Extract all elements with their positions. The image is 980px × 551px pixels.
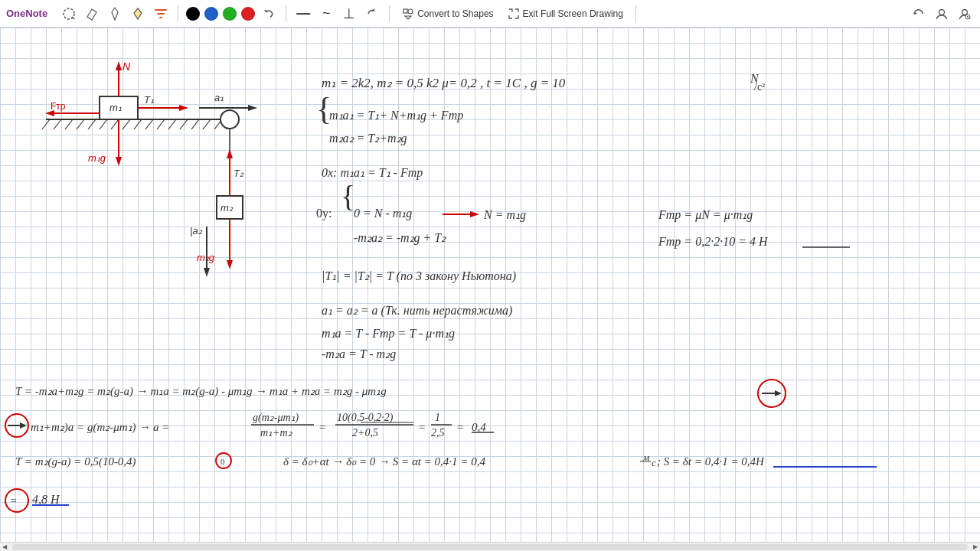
filter-tool[interactable]: [152, 5, 170, 23]
svg-text:Fтр = 0,2·2·10 = 4 H: Fтр = 0,2·2·10 = 4 H: [658, 235, 769, 249]
svg-text:2+0,5: 2+0,5: [352, 427, 378, 439]
svg-text:a₁ = a₂ = a  (Тк. нить нерастя: a₁ = a₂ = a (Тк. нить нерастяжима): [322, 304, 512, 318]
svg-point-4: [408, 9, 413, 14]
svg-text:T = -m₂a+m₂g = m₂(g-a) → m₁a =: T = -m₂a+m₂g = m₂(g-a) → m₁a = m₂(g-a) -…: [15, 385, 387, 398]
svg-text:0x:  m₁a₁ = T₁ - Fтр: 0x: m₁a₁ = T₁ - Fтр: [322, 166, 423, 180]
color-black[interactable]: [186, 7, 200, 21]
svg-text:=: =: [418, 421, 426, 433]
svg-text:T₁: T₁: [144, 94, 154, 106]
svg-line-13: [88, 119, 96, 129]
convert-to-shapes-button[interactable]: Convert to Shapes: [397, 6, 498, 21]
svg-text:m₁g: m₁g: [88, 152, 106, 164]
scroll-left-arrow[interactable]: ◀: [0, 543, 9, 552]
svg-marker-2: [134, 8, 142, 19]
svg-point-5: [939, 9, 945, 15]
svg-marker-49: [227, 260, 233, 269]
undo-stroke[interactable]: [260, 5, 278, 23]
color-red[interactable]: [241, 7, 255, 21]
svg-text:N = m₁g: N = m₁g: [483, 208, 526, 222]
svg-text:m₁: m₁: [109, 102, 122, 113]
svg-text:m₂g: m₂g: [197, 252, 215, 263]
svg-point-109: [5, 489, 28, 512]
perp-tool[interactable]: ⊥: [340, 5, 358, 23]
rotate-tool[interactable]: [363, 5, 381, 23]
svg-text:1: 1: [435, 412, 440, 423]
svg-text:m₂: m₂: [220, 202, 234, 214]
svg-marker-31: [116, 61, 122, 70]
highlighter-tool[interactable]: [129, 5, 147, 23]
svg-marker-37: [179, 105, 188, 111]
svg-text:0y:: 0y:: [316, 207, 332, 220]
svg-line-15: [111, 119, 119, 129]
svg-marker-83: [20, 422, 27, 429]
svg-marker-34: [116, 157, 122, 166]
exit-fullscreen-label: Exit Full Screen Drawing: [523, 8, 623, 19]
svg-text:2,5: 2,5: [431, 427, 445, 439]
svg-text:-m₂a = T - m₂g: -m₂a = T - m₂g: [322, 347, 396, 361]
svg-marker-46: [227, 149, 233, 158]
svg-marker-80: [775, 390, 782, 396]
svg-line-11: [65, 119, 73, 129]
svg-line-10: [54, 119, 61, 129]
svg-marker-67: [470, 211, 479, 217]
svg-text:m₁+m₂)a = g(m₂-μm₁) →  a =: m₁+m₂)a = g(m₂-μm₁) → a =: [31, 421, 169, 434]
svg-line-22: [191, 119, 199, 129]
drawing-canvas[interactable]: N m₁g T₁ a₁ Fтр T₂ m₂g |a₂ m₂ m₁: [0, 28, 980, 551]
lasso-tool[interactable]: [60, 5, 78, 23]
svg-text:=: =: [456, 421, 464, 433]
svg-text:N: N: [122, 60, 131, 73]
scroll-right-arrow[interactable]: ▶: [971, 543, 980, 552]
separator-3: [389, 5, 390, 22]
toolbar: OneNote: [0, 0, 980, 28]
svg-text:/c²: /c²: [754, 81, 765, 93]
eraser-tool[interactable]: [83, 5, 101, 23]
svg-marker-40: [248, 105, 257, 111]
svg-marker-1: [112, 8, 118, 20]
svg-rect-3: [403, 9, 407, 13]
svg-text:0,4: 0,4: [472, 421, 486, 433]
svg-marker-52: [204, 268, 210, 277]
svg-point-27: [220, 110, 239, 129]
svg-text:m₁a₁ = T₁+  N+m₁g + Fтр: m₁a₁ = T₁+ N+m₁g + Fтр: [329, 109, 463, 122]
app-title: OneNote: [6, 8, 47, 19]
bottom-scrollbar: ◀ ▶: [0, 542, 980, 551]
svg-text:g(m₂-μm₁): g(m₂-μm₁): [253, 412, 299, 424]
svg-text:T = m₂(g-a) = 0,5(10-0,4): T = m₂(g-a) = 0,5(10-0,4): [15, 455, 136, 468]
toolbar-right-actions: [910, 5, 974, 23]
svg-line-23: [203, 119, 211, 129]
separator-2: [286, 5, 286, 22]
svg-text:T₂: T₂: [234, 168, 244, 179]
line-tool[interactable]: —: [294, 5, 312, 23]
svg-text:a₁: a₁: [214, 92, 224, 103]
svg-text:m₁ = 2k2,  m₂ = 0,5 k2   μ= 0,: m₁ = 2k2, m₂ = 0,5 k2 μ= 0,2 , t = 1C , …: [322, 76, 566, 90]
svg-text:δ = δ₀+αt  →  δ₀ = 0  →  S = α: δ = δ₀+αt → δ₀ = 0 → S = αt = 0,4·1 = 0,…: [283, 455, 485, 468]
scrollbar-track[interactable]: [12, 544, 968, 550]
separator-4: [635, 5, 636, 22]
svg-text:Fтр: Fтр: [51, 101, 66, 112]
svg-text:=: =: [318, 421, 326, 433]
color-green[interactable]: [223, 7, 237, 21]
undo-button[interactable]: [910, 5, 928, 23]
svg-text:|T₁| = |T₂| = T  (по 3 закону : |T₁| = |T₂| = T (по 3 закону Ньютона): [322, 269, 516, 283]
svg-line-9: [42, 119, 50, 129]
svg-text:; S = δt = 0,4·1 = 0,4H: ; S = δt = 0,4·1 = 0,4H: [657, 455, 765, 468]
color-blue[interactable]: [204, 7, 218, 21]
svg-text:m₁+m₂: m₁+m₂: [260, 427, 292, 439]
svg-line-12: [77, 119, 84, 129]
exit-fullscreen-button[interactable]: Exit Full Screen Drawing: [503, 6, 628, 21]
svg-line-19: [157, 119, 165, 129]
separator-1: [178, 5, 178, 22]
wave-tool[interactable]: ~: [317, 5, 335, 23]
svg-point-6: [962, 9, 968, 15]
account-icon[interactable]: [956, 5, 974, 23]
svg-line-20: [168, 119, 176, 129]
svg-text:|a₂: |a₂: [190, 225, 203, 236]
user-icon[interactable]: [933, 5, 951, 23]
convert-to-shapes-label: Convert to Shapes: [417, 8, 493, 19]
svg-text:m₂a₂ = T₂+m₂g: m₂a₂ = T₂+m₂g: [329, 132, 407, 145]
svg-text:c: c: [652, 457, 656, 468]
svg-text:0: 0: [220, 457, 225, 466]
svg-text:m₁a = T - Fтр = T - μ·m₁g: m₁a = T - Fтр = T - μ·m₁g: [322, 327, 455, 341]
svg-line-14: [100, 119, 107, 129]
pen-tool[interactable]: [106, 5, 124, 23]
